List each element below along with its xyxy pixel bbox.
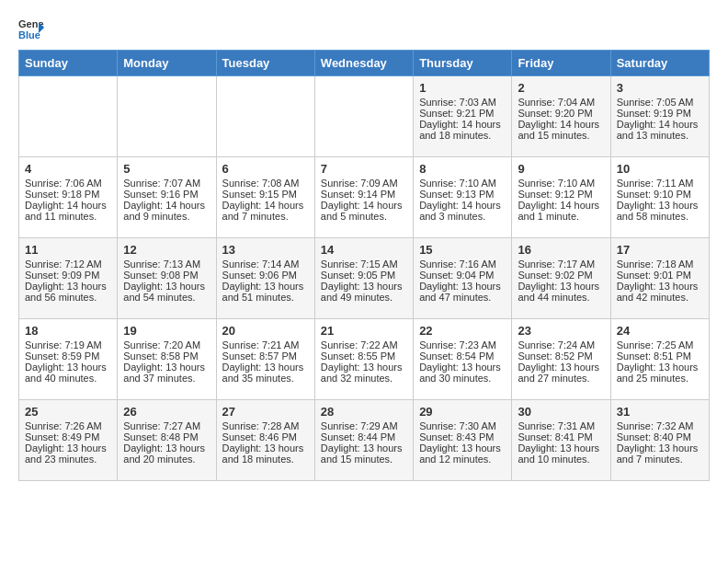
cell-info: Daylight: 13 hours — [123, 442, 210, 454]
cell-info: Sunset: 8:41 PM — [518, 431, 604, 442]
cell-info: Sunset: 8:58 PM — [123, 350, 210, 362]
calendar-cell: 13Sunrise: 7:14 AMSunset: 9:06 PMDayligh… — [216, 238, 314, 319]
cell-info: Sunrise: 7:21 AM — [222, 339, 309, 350]
calendar-cell — [19, 76, 118, 157]
calendar-cell: 25Sunrise: 7:26 AMSunset: 8:49 PMDayligh… — [19, 400, 118, 481]
cell-info: Sunset: 8:51 PM — [617, 350, 703, 362]
cell-info: Daylight: 13 hours — [518, 442, 604, 454]
cell-info: Sunrise: 7:07 AM — [123, 178, 210, 189]
calendar-cell: 8Sunrise: 7:10 AMSunset: 9:13 PMDaylight… — [414, 157, 512, 238]
cell-info: Daylight: 14 hours — [25, 200, 111, 211]
cell-info: Sunrise: 7:22 AM — [321, 339, 407, 350]
cell-info: and 27 minutes. — [518, 373, 604, 384]
calendar-cell: 10Sunrise: 7:11 AMSunset: 9:10 PMDayligh… — [610, 157, 709, 238]
cell-info: Daylight: 14 hours — [123, 200, 210, 211]
cell-info: Sunset: 9:16 PM — [123, 189, 210, 200]
day-number: 12 — [123, 243, 210, 257]
header-wednesday: Wednesday — [314, 51, 413, 76]
cell-info: and 44 minutes. — [518, 292, 604, 303]
day-number: 29 — [419, 405, 506, 419]
cell-info: and 15 minutes. — [321, 454, 407, 465]
cell-info: and 18 minutes. — [419, 130, 506, 141]
day-number: 17 — [617, 243, 703, 257]
calendar-cell: 1Sunrise: 7:03 AMSunset: 9:21 PMDaylight… — [414, 76, 512, 157]
logo-icon: General Blue — [18, 15, 44, 40]
calendar-cell — [314, 76, 413, 157]
cell-info: and 25 minutes. — [617, 373, 703, 384]
cell-info: and 49 minutes. — [321, 292, 407, 303]
week-row-0: 1Sunrise: 7:03 AMSunset: 9:21 PMDaylight… — [19, 76, 710, 157]
calendar-cell: 26Sunrise: 7:27 AMSunset: 8:48 PMDayligh… — [118, 400, 216, 481]
day-number: 26 — [123, 405, 210, 419]
day-number: 14 — [321, 243, 407, 257]
day-number: 31 — [617, 405, 703, 419]
cell-info: and 15 minutes. — [518, 130, 604, 141]
calendar-cell: 7Sunrise: 7:09 AMSunset: 9:14 PMDaylight… — [314, 157, 413, 238]
calendar-body: 1Sunrise: 7:03 AMSunset: 9:21 PMDaylight… — [19, 76, 710, 481]
calendar-cell: 27Sunrise: 7:28 AMSunset: 8:46 PMDayligh… — [216, 400, 314, 481]
cell-info: Daylight: 13 hours — [617, 442, 703, 454]
calendar-cell: 22Sunrise: 7:23 AMSunset: 8:54 PMDayligh… — [414, 319, 512, 400]
cell-info: Sunrise: 7:30 AM — [419, 420, 506, 431]
day-number: 1 — [419, 81, 506, 95]
cell-info: Daylight: 14 hours — [419, 200, 506, 211]
week-row-1: 4Sunrise: 7:06 AMSunset: 9:18 PMDaylight… — [19, 157, 710, 238]
cell-info: Daylight: 13 hours — [25, 362, 111, 373]
svg-text:Blue: Blue — [18, 29, 40, 40]
week-row-4: 25Sunrise: 7:26 AMSunset: 8:49 PMDayligh… — [19, 400, 710, 481]
cell-info: Sunset: 9:09 PM — [25, 270, 111, 281]
calendar-cell: 21Sunrise: 7:22 AMSunset: 8:55 PMDayligh… — [314, 319, 413, 400]
header-monday: Monday — [118, 51, 216, 76]
cell-info: and 37 minutes. — [123, 373, 210, 384]
page-header: General Blue — [18, 15, 710, 40]
cell-info: Daylight: 13 hours — [617, 200, 703, 211]
cell-info: and 30 minutes. — [419, 373, 506, 384]
cell-info: Daylight: 13 hours — [518, 362, 604, 373]
cell-info: Sunset: 9:15 PM — [222, 189, 309, 200]
cell-info: and 47 minutes. — [419, 292, 506, 303]
day-number: 20 — [222, 324, 309, 338]
cell-info: Sunrise: 7:05 AM — [617, 97, 703, 108]
cell-info: Sunset: 9:04 PM — [419, 270, 506, 281]
cell-info: Daylight: 13 hours — [419, 442, 506, 454]
calendar-cell: 9Sunrise: 7:10 AMSunset: 9:12 PMDaylight… — [512, 157, 610, 238]
cell-info: Daylight: 13 hours — [321, 442, 407, 454]
cell-info: Sunset: 9:12 PM — [518, 189, 604, 200]
cell-info: and 56 minutes. — [25, 292, 111, 303]
calendar-cell: 3Sunrise: 7:05 AMSunset: 9:19 PMDaylight… — [610, 76, 709, 157]
calendar-cell: 29Sunrise: 7:30 AMSunset: 8:43 PMDayligh… — [414, 400, 512, 481]
cell-info: Daylight: 13 hours — [617, 362, 703, 373]
day-number: 9 — [518, 162, 604, 176]
cell-info: and 54 minutes. — [123, 292, 210, 303]
cell-info: Daylight: 14 hours — [419, 119, 506, 130]
cell-info: Daylight: 13 hours — [321, 362, 407, 373]
day-number: 18 — [25, 324, 111, 338]
cell-info: Daylight: 13 hours — [222, 442, 309, 454]
cell-info: and 42 minutes. — [617, 292, 703, 303]
header-saturday: Saturday — [610, 51, 709, 76]
cell-info: Sunrise: 7:04 AM — [518, 97, 604, 108]
cell-info: Sunset: 9:21 PM — [419, 108, 506, 119]
cell-info: Sunset: 9:14 PM — [321, 189, 407, 200]
day-number: 15 — [419, 243, 506, 257]
cell-info: Sunset: 9:01 PM — [617, 270, 703, 281]
cell-info: Daylight: 13 hours — [25, 281, 111, 292]
cell-info: Sunrise: 7:17 AM — [518, 259, 604, 270]
calendar-cell: 4Sunrise: 7:06 AMSunset: 9:18 PMDaylight… — [19, 157, 118, 238]
cell-info: and 35 minutes. — [222, 373, 309, 384]
cell-info: Sunrise: 7:16 AM — [419, 259, 506, 270]
cell-info: Sunrise: 7:23 AM — [419, 339, 506, 350]
cell-info: Sunrise: 7:12 AM — [25, 259, 111, 270]
cell-info: Daylight: 14 hours — [222, 200, 309, 211]
cell-info: Sunset: 9:06 PM — [222, 270, 309, 281]
day-number: 8 — [419, 162, 506, 176]
cell-info: Daylight: 13 hours — [123, 281, 210, 292]
calendar-cell: 19Sunrise: 7:20 AMSunset: 8:58 PMDayligh… — [118, 319, 216, 400]
cell-info: and 58 minutes. — [617, 211, 703, 222]
cell-info: Daylight: 14 hours — [518, 200, 604, 211]
day-number: 21 — [321, 324, 407, 338]
day-number: 30 — [518, 405, 604, 419]
calendar-cell — [216, 76, 314, 157]
cell-info: Sunset: 9:08 PM — [123, 270, 210, 281]
cell-info: Sunset: 8:46 PM — [222, 431, 309, 442]
